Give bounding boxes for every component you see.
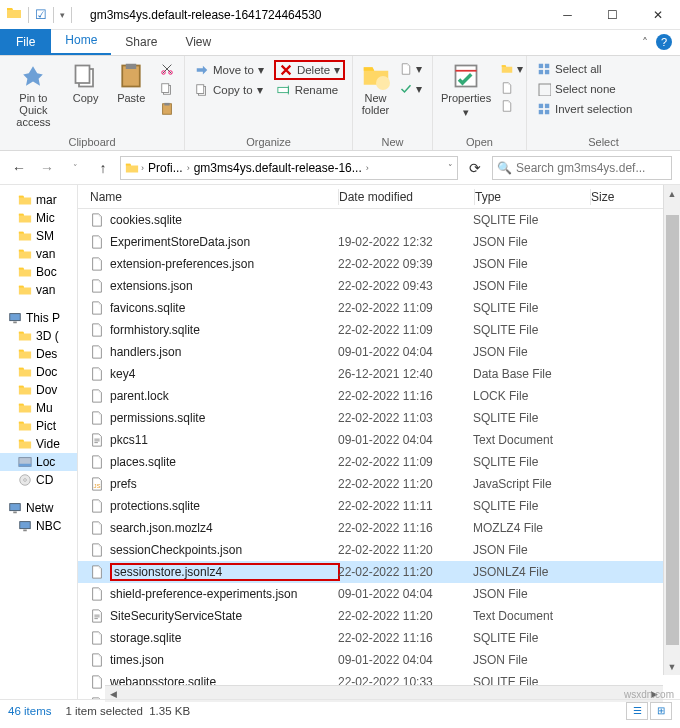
select-all-button[interactable]: Select all (533, 60, 636, 78)
tree-item[interactable]: Mu (0, 399, 77, 417)
tree-item[interactable]: Des (0, 345, 77, 363)
move-to-button[interactable]: Move to ▾ (191, 60, 268, 80)
copy-button[interactable]: Copy (65, 60, 107, 106)
refresh-button[interactable]: ⟳ (464, 157, 486, 179)
tree-item[interactable]: Doc (0, 363, 77, 381)
cut-button[interactable] (156, 60, 178, 78)
file-row[interactable]: ExperimentStoreData.json19-02-2022 12:32… (78, 231, 680, 253)
invert-selection-button[interactable]: Invert selection (533, 100, 636, 118)
tree-item[interactable]: This P (0, 309, 77, 327)
up-button[interactable]: ↑ (92, 157, 114, 179)
status-count: 46 items (8, 705, 51, 717)
address-input[interactable]: › Profi... › gm3ms4ys.default-release-16… (120, 156, 458, 180)
group-organize-label: Organize (191, 136, 346, 148)
open-button[interactable]: ▾ (497, 60, 527, 78)
view-large-button[interactable]: ⊞ (650, 702, 672, 720)
tree-item[interactable]: Loc (0, 453, 77, 471)
tree-item[interactable]: Mic (0, 209, 77, 227)
copy-icon (72, 62, 100, 90)
tree-item[interactable]: CD (0, 471, 77, 489)
col-type[interactable]: Type (475, 190, 590, 204)
file-row[interactable]: storage.sqlite22-02-2022 11:16SQLITE Fil… (78, 627, 680, 649)
copy-path-button[interactable] (156, 80, 178, 98)
tab-share[interactable]: Share (111, 29, 171, 55)
tree-item[interactable]: 3D ( (0, 327, 77, 345)
delete-button[interactable]: Delete ▾ (274, 60, 345, 80)
properties-icon (452, 62, 480, 90)
col-date[interactable]: Date modified (339, 190, 474, 204)
tree-item[interactable]: Dov (0, 381, 77, 399)
scroll-up-arrow[interactable]: ▲ (664, 185, 680, 202)
qat-dropdown-icon[interactable]: ▾ (60, 10, 65, 20)
maximize-button[interactable]: ☐ (590, 0, 635, 30)
new-item-button[interactable]: ▾ (396, 60, 426, 78)
file-row[interactable]: prefs22-02-2022 11:20JavaScript File (78, 473, 680, 495)
file-row[interactable]: pkcs1109-01-2022 04:04Text Document (78, 429, 680, 451)
qat-checkbox-icon[interactable]: ☑ (35, 7, 47, 22)
tree-item[interactable]: van (0, 281, 77, 299)
file-row[interactable]: shield-preference-experiments.json09-01-… (78, 583, 680, 605)
pin-quick-access-button[interactable]: Pin to Quick access (6, 60, 61, 130)
breadcrumb[interactable]: gm3ms4ys.default-release-16... (192, 161, 364, 175)
move-to-icon (195, 63, 209, 77)
edit-button[interactable] (497, 80, 527, 96)
address-dropdown-icon[interactable]: ˅ (448, 163, 453, 173)
tree-item[interactable]: Boc (0, 263, 77, 281)
file-row[interactable]: favicons.sqlite22-02-2022 11:09SQLITE Fi… (78, 297, 680, 319)
history-button[interactable] (497, 98, 527, 114)
easy-access-button[interactable]: ▾ (396, 80, 426, 98)
nav-tree[interactable]: marMicSMvanBocvanThis P3D (DesDocDovMuPi… (0, 185, 78, 699)
scissors-icon (160, 62, 174, 76)
file-row[interactable]: sessionstore.jsonlz422-02-2022 11:20JSON… (78, 561, 680, 583)
back-button[interactable]: ← (8, 157, 30, 179)
tab-file[interactable]: File (0, 29, 51, 55)
file-row[interactable]: protections.sqlite22-02-2022 11:11SQLITE… (78, 495, 680, 517)
file-list[interactable]: cookies.sqliteSQLITE FileExperimentStore… (78, 209, 680, 699)
new-folder-button[interactable]: New folder (359, 60, 392, 118)
vertical-scrollbar[interactable]: ▲ ▼ (663, 185, 680, 675)
view-details-button[interactable]: ☰ (626, 702, 648, 720)
forward-button[interactable]: → (36, 157, 58, 179)
close-button[interactable]: ✕ (635, 0, 680, 30)
file-row[interactable]: handlers.json09-01-2022 04:04JSON File (78, 341, 680, 363)
scroll-down-arrow[interactable]: ▼ (664, 658, 680, 675)
tree-item[interactable]: NBC (0, 517, 77, 535)
tab-view[interactable]: View (171, 29, 225, 55)
properties-button[interactable]: Properties▾ (439, 60, 493, 121)
copy-to-button[interactable]: Copy to ▾ (191, 81, 267, 99)
recent-locations-button[interactable]: ˅ (64, 157, 86, 179)
ribbon-collapse-icon[interactable]: ˄ (642, 36, 648, 50)
tree-item[interactable]: Vide (0, 435, 77, 453)
tree-item[interactable]: mar (0, 191, 77, 209)
file-row[interactable]: formhistory.sqlite22-02-2022 11:09SQLITE… (78, 319, 680, 341)
paste-button[interactable]: Paste (110, 60, 152, 106)
minimize-button[interactable]: ─ (545, 0, 590, 30)
rename-button[interactable]: Rename (273, 81, 342, 99)
file-row[interactable]: key426-12-2021 12:40Data Base File (78, 363, 680, 385)
file-row[interactable]: permissions.sqlite22-02-2022 11:03SQLITE… (78, 407, 680, 429)
tab-home[interactable]: Home (51, 27, 111, 55)
tree-item[interactable]: Netw (0, 499, 77, 517)
file-row[interactable]: times.json09-01-2022 04:04JSON File (78, 649, 680, 671)
file-row[interactable]: sessionCheckpoints.json22-02-2022 11:20J… (78, 539, 680, 561)
help-button[interactable]: ? (656, 34, 672, 50)
paste-shortcut-button[interactable] (156, 100, 178, 118)
scroll-thumb[interactable] (666, 215, 679, 645)
new-folder-icon (362, 62, 390, 90)
search-input[interactable]: 🔍 Search gm3ms4ys.def... (492, 156, 672, 180)
file-row[interactable]: SiteSecurityServiceState22-02-2022 11:20… (78, 605, 680, 627)
file-row[interactable]: places.sqlite22-02-2022 11:09SQLITE File (78, 451, 680, 473)
delete-icon (279, 63, 293, 77)
tree-item[interactable]: van (0, 245, 77, 263)
file-row[interactable]: search.json.mozlz422-02-2022 11:16MOZLZ4… (78, 517, 680, 539)
file-row[interactable]: parent.lock22-02-2022 11:16LOCK File (78, 385, 680, 407)
ribbon-tabs: File Home Share View ˄ ? (0, 30, 680, 56)
file-row[interactable]: cookies.sqliteSQLITE File (78, 209, 680, 231)
tree-item[interactable]: Pict (0, 417, 77, 435)
file-row[interactable]: extension-preferences.json22-02-2022 09:… (78, 253, 680, 275)
col-name[interactable]: Name (78, 190, 338, 204)
tree-item[interactable]: SM (0, 227, 77, 245)
breadcrumb[interactable]: Profi... (146, 161, 185, 175)
select-none-button[interactable]: Select none (533, 80, 636, 98)
file-row[interactable]: extensions.json22-02-2022 09:43JSON File (78, 275, 680, 297)
